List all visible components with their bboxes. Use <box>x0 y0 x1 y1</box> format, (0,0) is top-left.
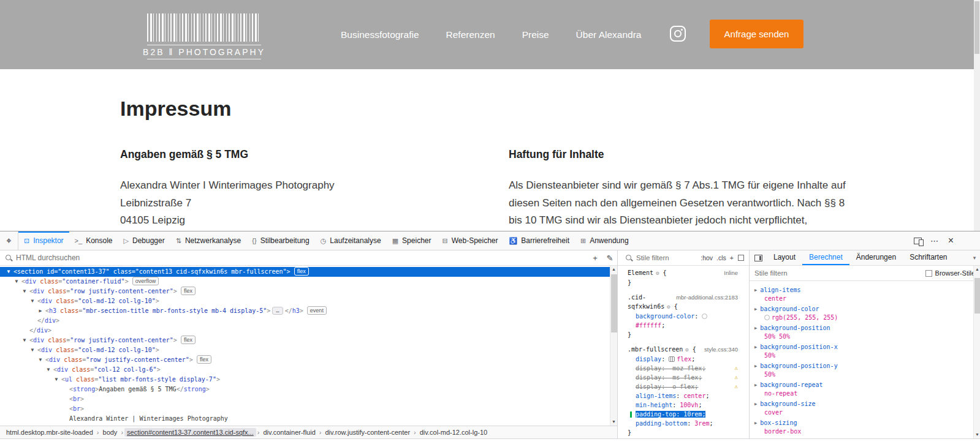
color-swatch-icon[interactable] <box>702 314 707 319</box>
expand-arrow-icon[interactable]: ▶ <box>754 364 757 369</box>
breadcrumb-item[interactable]: div.container-fluid <box>260 428 317 437</box>
computed-scrollbar-thumb[interactable] <box>974 278 980 314</box>
overflow-badge[interactable]: overflow <box>132 277 159 285</box>
flex-badge[interactable]: flex <box>294 267 309 276</box>
expand-down-icon[interactable]: ▼ <box>21 287 28 296</box>
markup-row[interactable]: <br> <box>0 394 610 404</box>
expand-down-icon[interactable]: ▼ <box>45 365 52 375</box>
flex-highlighter-icon[interactable] <box>669 356 675 362</box>
markup-row[interactable]: ▼<div class="row justify-content-center"… <box>0 336 610 345</box>
computed-scrollbar[interactable]: ▲ ▼ <box>973 266 980 438</box>
expand-arrow-icon[interactable]: ▶ <box>754 288 757 293</box>
computed-property[interactable]: ▶background-position-y50% <box>754 362 970 380</box>
nav-link[interactable]: Über Alexandra <box>576 29 642 40</box>
css-declaration[interactable]: min-height: 100vh; <box>628 400 738 410</box>
nav-link[interactable]: Businessfotografie <box>341 29 419 40</box>
markup-row[interactable]: ▼<ul class="list mbr-fonts-style display… <box>0 375 610 385</box>
rule-selector[interactable]: .cid-sqfxkwin6s <box>628 294 664 310</box>
rule-selector[interactable]: .mbr-fullscreen <box>628 346 683 353</box>
computed-property[interactable]: ▶background-sizecover <box>754 400 970 418</box>
breadcrumb-item[interactable]: body <box>101 428 120 437</box>
markup-row[interactable]: ▼<div class="col-md-12 col-lg-10"> <box>0 296 610 306</box>
tab-overflow-icon[interactable]: ▾ <box>969 250 980 265</box>
page-scrollbar[interactable] <box>974 0 980 231</box>
css-declaration[interactable]: padding-top: 10rem; <box>628 410 738 419</box>
expand-arrow-icon[interactable]: ▶ <box>754 345 757 350</box>
devtools-tab-netzwerkanalyse[interactable]: ⇅Netzwerkanalyse <box>170 231 247 250</box>
class-toggle-button[interactable]: .cls <box>715 253 728 263</box>
tab-berechnet[interactable]: Berechnet <box>802 250 849 265</box>
site-logo[interactable]: B2B ‖ PHOTOGRAPHY <box>147 8 261 59</box>
computed-property[interactable]: ▶align-itemscenter <box>754 286 970 304</box>
computed-property[interactable]: ▶background-position-x50% <box>754 343 970 361</box>
sidebar-toggle-button[interactable] <box>750 250 767 265</box>
markup-row[interactable]: ▼<div class="col-md-12 col-lg-10"> <box>0 345 610 355</box>
flex-badge[interactable]: flex <box>197 355 211 364</box>
markup-row[interactable]: Alexandra Winter | Winterimages Photogra… <box>0 414 610 424</box>
devtools-tab-laufzeitanalyse[interactable]: ◷Laufzeitanalyse <box>315 231 387 250</box>
expand-down-icon[interactable]: ▼ <box>5 267 12 277</box>
rule-selector[interactable]: Element <box>628 269 653 276</box>
computed-property[interactable]: ▶background-colorrgb(255, 255, 255) <box>754 305 970 323</box>
add-node-button[interactable]: + <box>588 254 602 263</box>
expand-down-icon[interactable]: ▼ <box>29 345 36 355</box>
markup-scrollbar[interactable]: ▲ ▼ <box>610 266 617 426</box>
scroll-up-arrow-icon[interactable]: ▲ <box>974 266 980 273</box>
computed-property[interactable]: ▶box-sizingborder-box <box>754 419 970 437</box>
css-declaration[interactable]: padding-bottom: 3rem; <box>628 419 738 428</box>
expand-down-icon[interactable]: ▼ <box>29 296 36 306</box>
devtools-close-button[interactable]: × <box>943 231 959 250</box>
markup-row[interactable]: </div> <box>0 326 610 336</box>
markup-row[interactable]: ▼<section id="content13-37" class="conte… <box>0 267 610 277</box>
print-media-icon[interactable] <box>738 255 744 261</box>
pseudo-class-button[interactable]: :hov <box>699 253 715 263</box>
css-declaration[interactable]: display: -moz-flex;⚠ <box>628 364 738 373</box>
devtools-tab-web-speicher[interactable]: ⊟Web-Speicher <box>436 231 503 250</box>
flex-badge[interactable]: flex <box>181 336 196 344</box>
pick-element-button[interactable]: ⌖ <box>0 231 18 250</box>
css-declaration[interactable]: background-color: #ffffff; <box>628 312 738 330</box>
markup-row[interactable]: ▼<div class="col-12 col-lg-6"> <box>0 365 610 375</box>
tab-nderungen[interactable]: Änderungen <box>849 250 903 265</box>
instagram-icon[interactable] <box>670 26 686 42</box>
markup-row[interactable]: ▼<div class="container-fluid">overflow <box>0 277 610 287</box>
devtools-menu-button[interactable]: ⋯ <box>926 231 943 250</box>
expand-down-icon[interactable]: ▼ <box>21 336 28 345</box>
stylesheet-link[interactable]: style.css:340 <box>704 345 738 354</box>
page-scrollbar-thumb[interactable] <box>974 1 979 54</box>
markup-row[interactable]: ▼<div class="row justify-content-center"… <box>0 355 610 365</box>
breadcrumb-item[interactable]: section#content13-37.content13.cid-sqfx.… <box>124 428 256 437</box>
scroll-down-arrow-icon[interactable]: ▼ <box>610 418 617 426</box>
eyedropper-button[interactable]: ✎ <box>602 254 617 263</box>
scroll-up-arrow-icon[interactable]: ▲ <box>610 266 617 273</box>
browser-styles-checkbox[interactable] <box>925 270 932 277</box>
event-badge[interactable]: event <box>307 306 327 315</box>
responsive-design-mode-button[interactable] <box>910 231 926 250</box>
stylesheet-link[interactable]: Inline <box>724 268 738 277</box>
markup-row[interactable]: <strong>Angaben gemäß § 5 TMG</strong> <box>0 385 610 394</box>
tab-layout[interactable]: Layout <box>767 250 802 265</box>
expand-down-icon[interactable]: ▼ <box>53 375 60 385</box>
expand-right-icon[interactable]: ▶ <box>37 306 44 316</box>
computed-property[interactable]: ▶background-repeatno-repeat <box>754 381 970 399</box>
cta-button[interactable]: Anfrage senden <box>710 20 803 48</box>
expand-arrow-icon[interactable]: ▶ <box>754 307 757 312</box>
css-declaration[interactable]: display: flex; <box>628 355 738 364</box>
devtools-tab-inspektor[interactable]: ⊡Inspektor <box>18 231 69 250</box>
markup-search-bar[interactable]: HTML durchsuchen + ✎ <box>0 250 617 266</box>
breadcrumb-item[interactable]: div.col-md-12.col-lg-10 <box>417 428 490 437</box>
devtools-tab-anwendung[interactable]: ⊞Anwendung <box>575 231 634 250</box>
tab-schriftarten[interactable]: Schriftarten <box>903 250 954 265</box>
expand-down-icon[interactable]: ▼ <box>37 355 44 365</box>
flex-badge[interactable]: flex <box>181 287 196 295</box>
css-declaration[interactable]: align-items: center; <box>628 391 738 400</box>
computed-property[interactable]: ▶background-position50% 50% <box>754 324 970 342</box>
devtools-tab-debugger[interactable]: ▷Debugger <box>118 231 170 250</box>
markup-row[interactable]: </div> <box>0 316 610 326</box>
css-declaration[interactable]: display: -o-flex;⚠ <box>628 382 738 391</box>
expand-arrow-icon[interactable]: ▶ <box>754 402 757 407</box>
css-declaration[interactable]: display: -ms-flex;⚠ <box>628 373 738 382</box>
stylesheet-link[interactable]: mbr-additional.css:2183 <box>676 293 738 302</box>
markup-row[interactable]: ▶<h3 class="mbr-section-title mbr-fonts-… <box>0 306 610 316</box>
expand-down-icon[interactable]: ▼ <box>13 277 20 287</box>
